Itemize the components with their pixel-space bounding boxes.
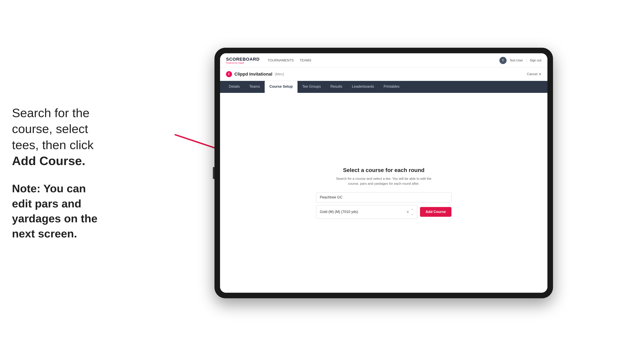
tab-teams[interactable]: Teams — [244, 81, 265, 93]
sign-out-link[interactable]: Sign out — [530, 59, 542, 62]
tab-navigation: Details Teams Course Setup Tee Groups Re… — [220, 81, 548, 93]
tee-select-controls: ✕ ⌃⌄ — [406, 208, 414, 216]
annotation-main-text: Search for the course, select tees, then… — [12, 105, 112, 169]
nav-links: TOURNAMENTS TEAMS — [268, 58, 500, 63]
tee-select-value: Gold (M) (M) (7010 yds) — [320, 210, 358, 214]
user-avatar: T — [500, 57, 506, 64]
nav-teams[interactable]: TEAMS — [300, 58, 312, 63]
tablet-screen: SCOREBOARD Powered by clippd TOURNAMENTS… — [220, 53, 548, 293]
tablet-container: SCOREBOARD Powered by clippd TOURNAMENTS… — [124, 0, 644, 346]
brand-subtitle: Powered by clippd — [226, 62, 260, 64]
tournament-header: C Clippd Invitational (Men) Cancel ✕ — [220, 68, 548, 81]
separator: | — [526, 59, 527, 62]
tab-leaderboards[interactable]: Leaderboards — [347, 81, 379, 93]
brand-name: SCOREBOARD — [226, 57, 260, 62]
tablet-device: SCOREBOARD Powered by clippd TOURNAMENTS… — [214, 48, 553, 298]
tournament-icon: C — [226, 71, 232, 77]
tab-printables[interactable]: Printables — [379, 81, 404, 93]
nav-tournaments[interactable]: TOURNAMENTS — [268, 58, 294, 63]
course-setup-card: Select a course for each round Search fo… — [316, 167, 452, 219]
tournament-title-row: C Clippd Invitational (Men) — [226, 71, 284, 77]
app-navbar: SCOREBOARD Powered by clippd TOURNAMENTS… — [220, 53, 548, 68]
add-course-button[interactable]: Add Course — [420, 207, 452, 217]
user-label: Test User — [510, 59, 523, 62]
annotation-panel: Search for the course, select tees, then… — [0, 89, 124, 257]
brand-logo: SCOREBOARD Powered by clippd — [226, 57, 260, 64]
tab-course-setup[interactable]: Course Setup — [265, 81, 298, 93]
annotation-note: Note: You can edit pars and yardages on … — [12, 181, 112, 241]
cancel-button[interactable]: Cancel ✕ — [527, 72, 542, 76]
card-description: Search for a course and select a tee. Yo… — [316, 176, 452, 186]
tee-chevron-icon[interactable]: ⌃⌄ — [411, 208, 414, 216]
page-wrapper: Search for the course, select tees, then… — [0, 0, 644, 346]
card-title: Select a course for each round — [316, 167, 452, 173]
tab-details[interactable]: Details — [224, 81, 244, 93]
course-search-input[interactable] — [316, 192, 452, 202]
tee-select-dropdown[interactable]: Gold (M) (M) (7010 yds) ✕ ⌃⌄ — [316, 205, 417, 219]
tournament-gender: (Men) — [275, 72, 284, 76]
tab-tee-groups[interactable]: Tee Groups — [298, 81, 326, 93]
tee-clear-icon[interactable]: ✕ — [406, 210, 409, 214]
main-content: Select a course for each round Search fo… — [220, 93, 548, 293]
tab-results[interactable]: Results — [326, 81, 347, 93]
nav-right: T Test User | Sign out — [500, 57, 542, 64]
tee-select-row: Gold (M) (M) (7010 yds) ✕ ⌃⌄ Add Course — [316, 205, 452, 219]
tournament-name: Clippd Invitational — [234, 72, 272, 77]
